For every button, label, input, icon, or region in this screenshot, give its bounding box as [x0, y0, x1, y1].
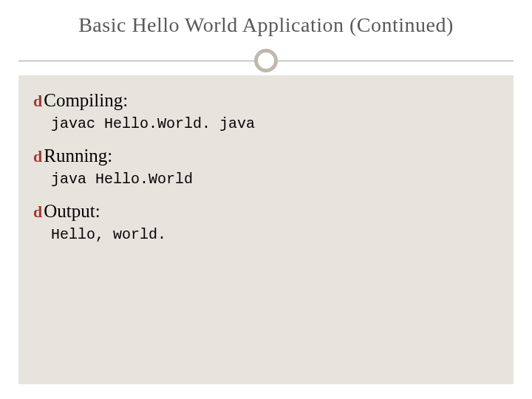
slide-title: Basic Hello World Application (Continued…	[22, 13, 510, 37]
bullet-item: d Output:	[33, 201, 499, 222]
bullet-heading: Output:	[44, 201, 100, 222]
code-text: Hello, world.	[51, 226, 499, 243]
slide-container: Basic Hello World Application (Continued…	[0, 0, 532, 399]
code-text: java Hello.World	[51, 171, 499, 188]
code-text: javac Hello.World. java	[51, 115, 499, 132]
divider-circle-icon	[254, 49, 278, 72]
bullet-item: d Running:	[33, 146, 499, 166]
bullet-heading: Compiling:	[44, 90, 128, 111]
bullet-item: d Compiling:	[33, 90, 499, 111]
title-area: Basic Hello World Application (Continued…	[0, 0, 532, 43]
bullet-heading: Running:	[44, 146, 112, 166]
content-area: d Compiling: javac Hello.World. java d R…	[18, 75, 514, 384]
title-divider	[0, 46, 532, 75]
bullet-icon: d	[33, 202, 42, 222]
bullet-icon: d	[33, 147, 42, 166]
bullet-icon: d	[33, 92, 42, 111]
